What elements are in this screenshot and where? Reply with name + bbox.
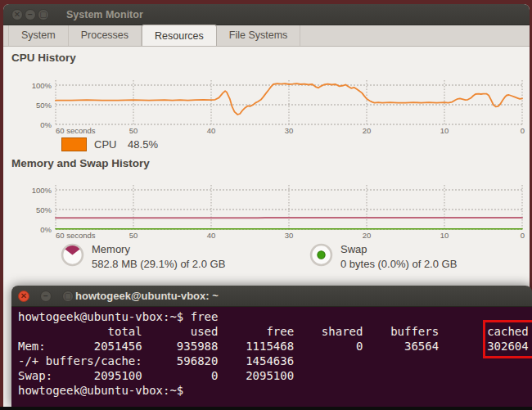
memory-legend-value: 582.8 MB (29.1%) of 2.0 GB <box>92 258 225 270</box>
cpu-legend-label: CPU <box>94 138 116 151</box>
svg-text:0%: 0% <box>40 225 52 234</box>
svg-text:40: 40 <box>207 126 216 135</box>
screen: ✕ − ▢ System Monitor SystemProcessesReso… <box>0 0 532 410</box>
minimize-icon[interactable]: − <box>25 9 36 20</box>
memory-pie-icon <box>61 243 84 267</box>
tab-resources[interactable]: Resources <box>142 25 217 46</box>
svg-text:100%: 100% <box>32 186 52 195</box>
maximize-icon[interactable]: ▢ <box>38 9 49 20</box>
maximize-icon[interactable]: ▢ <box>62 291 74 302</box>
tab-bar: SystemProcessesResourcesFile Systems <box>3 25 530 47</box>
tab-processes[interactable]: Processes <box>69 25 142 46</box>
bottom-edge <box>0 407 532 410</box>
svg-text:20: 20 <box>363 126 372 135</box>
memory-swap-legend-row: Memory 582.8 MB (29.1%) of 2.0 GB Swap 0… <box>3 243 530 276</box>
svg-text:0: 0 <box>521 231 525 240</box>
swap-pie-icon <box>309 243 333 267</box>
svg-text:60 seconds: 60 seconds <box>56 126 96 135</box>
svg-text:50%: 50% <box>36 205 52 214</box>
swap-legend-label: Swap <box>340 243 457 255</box>
svg-text:10: 10 <box>440 231 449 240</box>
svg-text:30: 30 <box>285 126 294 135</box>
cpu-color-swatch[interactable] <box>61 137 87 151</box>
terminal-output: howtogeek@ubuntu-vbox:~$ free total used… <box>11 307 532 398</box>
svg-text:30: 30 <box>285 231 294 240</box>
svg-text:0: 0 <box>521 126 525 135</box>
terminal-titlebar[interactable]: ✕ − ▢ howtogeek@ubuntu-vbox: ~ <box>11 286 532 307</box>
svg-text:50%: 50% <box>36 101 52 110</box>
cpu-history-chart: 100%50%0%60 seconds50403020100 <box>8 75 529 136</box>
memory-swap-heading: Memory and Swap History <box>11 157 150 169</box>
cpu-history-heading: CPU History <box>11 52 76 64</box>
memory-legend-label: Memory <box>92 243 225 255</box>
system-monitor-titlebar[interactable]: ✕ − ▢ System Monitor <box>3 4 530 25</box>
svg-text:20: 20 <box>363 231 372 240</box>
svg-text:40: 40 <box>207 231 216 240</box>
terminal-window[interactable]: ✕ − ▢ howtogeek@ubuntu-vbox: ~ howtogeek… <box>11 286 532 407</box>
memory-swap-chart: 100%50%0%60 seconds50403020100 <box>8 180 529 241</box>
svg-text:50: 50 <box>129 231 138 240</box>
svg-text:10: 10 <box>440 126 449 135</box>
tab-file-systems[interactable]: File Systems <box>217 25 301 46</box>
swap-legend-value: 0 bytes (0.0%) of 2.0 GB <box>340 258 457 270</box>
svg-text:60 seconds: 60 seconds <box>56 231 96 240</box>
minimize-icon[interactable]: − <box>40 291 52 302</box>
tab-system[interactable]: System <box>8 25 69 46</box>
cpu-legend: CPU 48.5% <box>61 136 158 152</box>
svg-text:100%: 100% <box>32 81 52 90</box>
terminal-body[interactable]: howtogeek@ubuntu-vbox:~$ free total used… <box>11 307 532 407</box>
terminal-title: howtogeek@ubuntu-vbox: ~ <box>75 290 219 302</box>
cpu-legend-value: 48.5% <box>128 138 158 151</box>
close-icon[interactable]: ✕ <box>11 9 23 20</box>
window-title: System Monitor <box>66 9 143 20</box>
memory-legend: Memory 582.8 MB (29.1%) of 2.0 GB <box>61 243 225 270</box>
svg-text:0%: 0% <box>40 120 52 129</box>
close-icon[interactable]: ✕ <box>18 291 29 302</box>
swap-legend: Swap 0 bytes (0.0%) of 2.0 GB <box>309 243 457 270</box>
svg-text:50: 50 <box>129 126 138 135</box>
